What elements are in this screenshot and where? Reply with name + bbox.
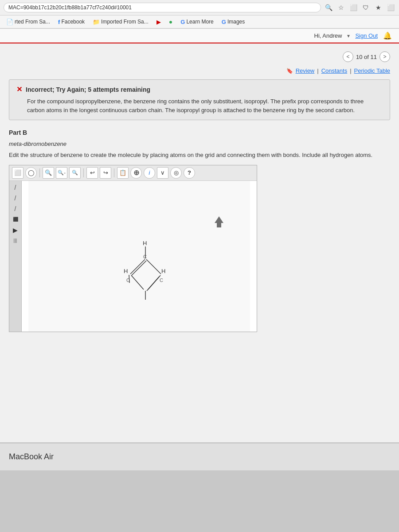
bookmarks-bar: 📄 rted From Sa... f Facebook 📁 Imported …: [0, 16, 399, 28]
undo-button[interactable]: ↩: [86, 167, 98, 179]
clipboard-button[interactable]: 📋: [117, 167, 129, 179]
bookmark-imported[interactable]: 📁 Imported From Sa...: [90, 18, 151, 26]
svg-text:H: H: [143, 240, 147, 246]
help-button[interactable]: ?: [184, 167, 195, 179]
bookmark-images-label: Images: [227, 19, 245, 25]
bookmark-youtube[interactable]: ▶: [154, 18, 164, 26]
page-header: Hi, Andrew ▾ Sign Out 🔔: [0, 29, 399, 43]
next-page-button[interactable]: >: [379, 51, 390, 62]
instruction-text: Edit the structure of benzene to create …: [9, 151, 390, 160]
feedback-box: ✕ Incorrect; Try Again; 5 attempts remai…: [9, 79, 390, 120]
incorrect-icon: ✕: [16, 85, 22, 94]
url-bar[interactable]: MAC=904bb17c12b20c1fb88b1a77cf7c240d#100…: [4, 3, 321, 12]
bookmark-rted[interactable]: 📄 rted From Sa...: [4, 18, 53, 26]
svg-text:C: C: [143, 254, 147, 259]
bookmark-star-icon[interactable]: ☆: [336, 3, 346, 12]
bookmark-learn-more-label: Learn More: [186, 19, 213, 25]
folder-icon: 📁: [93, 19, 100, 25]
bookmark-google-circle[interactable]: ●: [166, 17, 175, 26]
prev-page-button[interactable]: <: [343, 51, 353, 62]
user-greeting: Hi, Andrew: [314, 32, 342, 39]
eraser-icon[interactable]: ⬛: [11, 215, 20, 224]
zoom-out-button[interactable]: 🔍-: [56, 167, 67, 179]
select-tool-button[interactable]: ⬜: [12, 167, 23, 179]
feedback-body: For the compound isopropylbenzene, the b…: [27, 97, 383, 114]
bond-double-icon[interactable]: /: [11, 193, 20, 203]
editor-toolbar: ⬜ ◯ 🔍 🔍- 🔍 ↩ ↪ 📋 ⊕ i ∨ ◎ ?: [9, 165, 257, 181]
svg-text:C: C: [160, 278, 163, 283]
bookmark-rted-label: rted From Sa...: [15, 19, 50, 25]
periodic-table-link[interactable]: Periodic Table: [354, 67, 390, 74]
pdf-icon[interactable]: ⬜: [348, 3, 358, 12]
review-link[interactable]: Review: [296, 67, 315, 74]
bond-single-icon[interactable]: /: [11, 183, 20, 192]
google-images-icon: G: [222, 19, 226, 25]
dropdown-arrow-icon[interactable]: ▾: [347, 33, 350, 39]
window-icon[interactable]: ⬜: [386, 3, 395, 12]
constants-link[interactable]: Constants: [321, 67, 348, 74]
separator-1: |: [317, 67, 318, 74]
extension-icon[interactable]: ★: [373, 3, 383, 12]
google-learn-more-icon: G: [180, 19, 185, 25]
molecule-editor: ⬜ ◯ 🔍 🔍- 🔍 ↩ ↪ 📋 ⊕ i ∨ ◎ ? /: [9, 165, 257, 332]
molecule-display: H H H: [22, 181, 257, 332]
shield-icon[interactable]: 🛡: [361, 3, 371, 12]
arrow-icon[interactable]: ▶: [11, 225, 20, 235]
bookmark-imported-label: Imported From Sa...: [101, 19, 149, 25]
bond-triple-icon[interactable]: /: [11, 204, 20, 214]
feedback-header: ✕ Incorrect; Try Again; 5 attempts remai…: [16, 85, 383, 94]
bookmark-facebook[interactable]: f Facebook: [55, 18, 87, 26]
ruler-icon[interactable]: |||: [11, 236, 20, 246]
signout-button[interactable]: Sign Out: [355, 32, 378, 39]
main-content: < 10 of 11 > 🔖 Review | Constants | Peri…: [0, 43, 399, 442]
editor-left-panel: / / / ⬛ ▶ |||: [9, 181, 22, 332]
svg-text:C: C: [126, 278, 130, 283]
feedback-title: Incorrect; Try Again; 5 attempts remaini…: [26, 86, 150, 93]
toolbar-separator-2: [83, 168, 84, 177]
pagination-area: < 10 of 11 >: [9, 48, 390, 66]
macbook-label: MacBook Air: [0, 442, 399, 470]
part-b-label: Part B: [9, 129, 390, 136]
svg-text:H: H: [124, 268, 128, 274]
bookmark-icon-small: 🔖: [286, 68, 293, 74]
zoom-in-button[interactable]: 🔍: [43, 167, 54, 179]
svg-text:H: H: [161, 268, 165, 274]
separator-2: |: [350, 67, 351, 74]
search-icon[interactable]: 🔍: [324, 3, 333, 12]
editor-canvas[interactable]: / / / ⬛ ▶ ||| H: [9, 181, 257, 332]
lasso-tool-button[interactable]: ◯: [25, 167, 37, 179]
svg-rect-0: [28, 181, 250, 332]
document-icon: 📄: [6, 19, 13, 25]
browser-toolbar: MAC=904bb17c12b20c1fb88b1a77cf7c240d#100…: [0, 0, 399, 16]
add-atom-button[interactable]: ⊕: [130, 167, 142, 179]
bookmark-images[interactable]: G Images: [219, 18, 247, 26]
links-bar: 🔖 Review | Constants | Periodic Table: [9, 66, 390, 76]
settings-button[interactable]: ◎: [170, 167, 182, 179]
toolbar-separator-1: [39, 168, 40, 177]
redo-button[interactable]: ↪: [100, 167, 111, 179]
facebook-icon: f: [58, 19, 60, 25]
bookmark-learn-more[interactable]: G Learn More: [178, 18, 216, 26]
zoom-fit-button[interactable]: 🔍: [69, 167, 81, 179]
pagination-display: 10 of 11: [356, 54, 377, 60]
youtube-icon: ▶: [156, 19, 161, 25]
google-circle-icon: ●: [169, 18, 172, 25]
notification-icon[interactable]: 🔔: [383, 31, 392, 40]
browser-nav-icons: 🔍 ☆ ⬜ 🛡 ★ ⬜: [324, 3, 395, 12]
info-button[interactable]: i: [144, 167, 155, 179]
dropdown-button[interactable]: ∨: [157, 167, 168, 179]
bookmark-facebook-label: Facebook: [61, 19, 85, 25]
molecule-name: meta-dibromobenzene: [9, 141, 390, 147]
toolbar-separator-3: [114, 168, 114, 177]
